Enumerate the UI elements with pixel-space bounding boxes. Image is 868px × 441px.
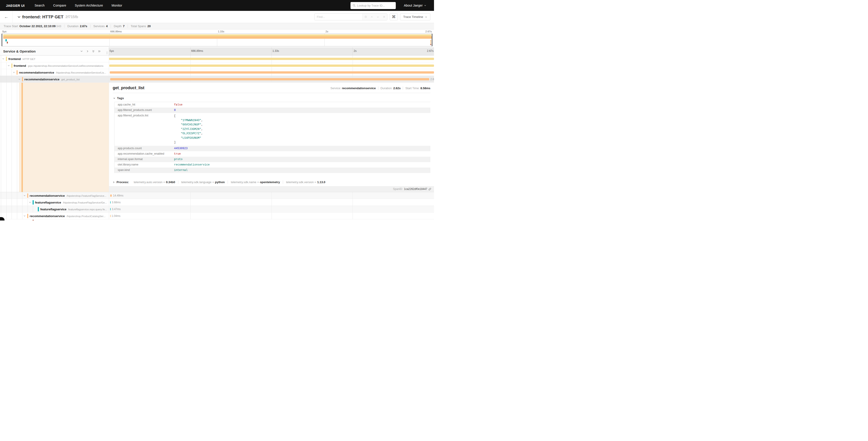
tree-guide-line: [11, 192, 12, 199]
next-match-icon[interactable]: [375, 13, 381, 20]
tag-row[interactable]: app.recommendation.cache_enabledtrue: [115, 151, 430, 157]
keyboard-shortcuts-button[interactable]: ⌘: [390, 13, 398, 20]
minimap-canvas[interactable]: [2, 33, 432, 47]
chevron-down-icon[interactable]: [13, 71, 15, 74]
nav-item-compare[interactable]: Compare: [53, 4, 66, 7]
span-name-cell[interactable]: recommendationserviceget_product_list: [0, 76, 109, 82]
span-timeline-cell[interactable]: 1.04ms: [109, 212, 434, 219]
about-jaeger-menu[interactable]: About Jaeger: [404, 4, 426, 7]
nav-item-system-architecture[interactable]: System Architecture: [75, 4, 103, 7]
tag-key: span.kind: [115, 169, 173, 172]
chevron-down-icon[interactable]: [29, 201, 31, 204]
nav-item-monitor[interactable]: Monitor: [112, 4, 122, 7]
tag-row[interactable]: otel.library.namerecommendationservice: [115, 162, 430, 168]
tag-value: 44530923: [173, 147, 430, 150]
span-row[interactable]: recommendationservice/hipstershop.Recomm…: [0, 69, 434, 76]
expand-all-icon[interactable]: [98, 50, 101, 53]
span-row[interactable]: featureflagservicefeatureflagservice.rep…: [0, 206, 434, 212]
collapse-one-icon[interactable]: [80, 50, 83, 53]
trace-start-value: October 22 2022, 22:10:09: [20, 25, 56, 28]
chevron-down-icon[interactable]: [23, 194, 26, 197]
find-input[interactable]: [314, 13, 363, 20]
summary-total-spans: Total Spans 20: [128, 25, 154, 28]
span-duration-label: 3.47ms: [112, 208, 121, 211]
tag-row[interactable]: span.kindinternal: [115, 168, 430, 173]
span-duration-bar[interactable]: [110, 195, 112, 197]
span-name-cell[interactable]: frontendHTTP GET: [0, 56, 109, 62]
span-name-cell[interactable]: featureflagservice/hipstershop.FeatureFl…: [0, 199, 109, 206]
span-row[interactable]: recommendationservice/hipstershop.Produc…: [0, 212, 434, 219]
span-timeline-cell[interactable]: 2.62s: [109, 76, 434, 82]
chevron-down-icon[interactable]: [23, 215, 26, 217]
clear-find-icon[interactable]: ✕: [381, 13, 387, 20]
chevron-down-icon: [425, 16, 427, 18]
span-name-cell[interactable]: recommendationservice/hipstershop.Featur…: [0, 192, 109, 199]
span-duration-bar[interactable]: [110, 215, 111, 217]
span-timeline-cell[interactable]: [109, 56, 434, 62]
span-duration-bar[interactable]: [110, 201, 111, 204]
span-row[interactable]: featureflagservice/hipstershop.FeatureFl…: [0, 199, 434, 206]
chevron-down-icon[interactable]: [7, 64, 10, 67]
trace-header-bar: ← frontend: HTTP GET 2f715fb ✕: [0, 11, 434, 23]
span-name-cell[interactable]: featureflagservicefeatureflagservice.rep…: [0, 206, 109, 212]
span-name-cell[interactable]: recommendationservice/hipstershop.Produc…: [0, 212, 109, 219]
span-duration-bar[interactable]: [110, 78, 429, 80]
span-row[interactable]: recommendationserviceget_product_list2.6…: [0, 76, 434, 83]
service-operation-title: Service & Operation: [3, 49, 35, 53]
span-duration-bar[interactable]: [109, 58, 434, 60]
span-timeline-cell[interactable]: 3.47ms: [109, 206, 434, 212]
span-duration-bar[interactable]: [110, 208, 111, 210]
tag-row[interactable]: app.products.count44530923: [115, 146, 430, 151]
span-duration-label: 2.62s: [430, 78, 434, 81]
time-tick-label: 2.67s: [427, 49, 434, 53]
tree-controls: [80, 50, 109, 53]
span-timeline-cell[interactable]: [109, 62, 434, 69]
focus-match-icon[interactable]: [363, 13, 369, 20]
tree-guide-line: [33, 206, 33, 212]
chevron-down-icon[interactable]: [2, 58, 4, 60]
time-tick-label: 2s: [326, 30, 328, 33]
column-resizer[interactable]: [106, 51, 107, 54]
span-timeline-cell[interactable]: 14.49ms: [109, 192, 434, 199]
collapse-all-icon[interactable]: [92, 50, 95, 53]
tag-value: true: [173, 152, 430, 156]
chevron-down-icon: [17, 15, 21, 19]
trace-view-selector[interactable]: Trace Timeline: [400, 13, 430, 20]
tag-row[interactable]: internal.span.formatproto: [115, 157, 430, 162]
nav-item-search[interactable]: Search: [35, 4, 44, 7]
expand-one-icon[interactable]: [86, 50, 89, 53]
minimap-left-drag-handle[interactable]: [2, 34, 2, 46]
span-row[interactable]: recommendationservice/hipstershop.Featur…: [0, 192, 434, 199]
span-timeline-cell[interactable]: [109, 69, 434, 76]
tag-row[interactable]: app.filtered_products.count8: [115, 108, 430, 113]
process-section[interactable]: Process:telemetry.auto.version=0.34b0tel…: [113, 180, 430, 184]
collapse-trace-title-button[interactable]: [17, 15, 21, 19]
chevron-down-icon[interactable]: [18, 78, 21, 80]
time-tick-label: 666.89ms: [191, 49, 203, 53]
span-detail-meta: Service: recommendationserviceDuration: …: [326, 86, 430, 90]
trace-summary-bar: Trace Start October 22 2022, 22:10:09 .5…: [0, 23, 434, 29]
span-name-cell[interactable]: frontendgrpc.hipstershop.RecommendationS…: [0, 62, 109, 69]
trace-lookup-input[interactable]: [357, 4, 394, 7]
span-row[interactable]: frontendgrpc.hipstershop.RecommendationS…: [0, 62, 434, 69]
tree-guide-line: [17, 192, 17, 199]
tags-section-toggle[interactable]: Tags: [113, 96, 430, 100]
span-row[interactable]: frontendHTTP GET: [0, 56, 434, 62]
span-duration-bar[interactable]: [109, 64, 434, 67]
span-timeline-cell[interactable]: 3.68ms: [109, 199, 434, 206]
tag-row[interactable]: app.filtered_products.list["1YMWWN1N4O",…: [115, 113, 430, 146]
detail-tint-block: [19, 83, 109, 192]
minimap-right-drag-handle[interactable]: [432, 34, 432, 46]
service-color-bar: [22, 77, 23, 81]
brand-jaeger-ui[interactable]: JAEGER UI: [6, 4, 25, 7]
trace-lookup-box[interactable]: [350, 2, 396, 9]
span-duration-bar[interactable]: [110, 71, 434, 74]
operation-name: /hipstershop.FeatureFlagService...: [66, 195, 106, 197]
tag-row[interactable]: app.cache_hitfalse: [115, 102, 430, 108]
prev-match-icon[interactable]: [369, 13, 375, 20]
copy-link-icon[interactable]: [428, 188, 431, 190]
back-button[interactable]: ←: [0, 11, 13, 23]
tag-key: app.recommendation.cache_enabled: [115, 152, 173, 155]
span-name-cell[interactable]: recommendationservice/hipstershop.Recomm…: [0, 69, 109, 76]
summary-trace-start: Trace Start October 22 2022, 22:10:09 .5…: [4, 25, 64, 28]
